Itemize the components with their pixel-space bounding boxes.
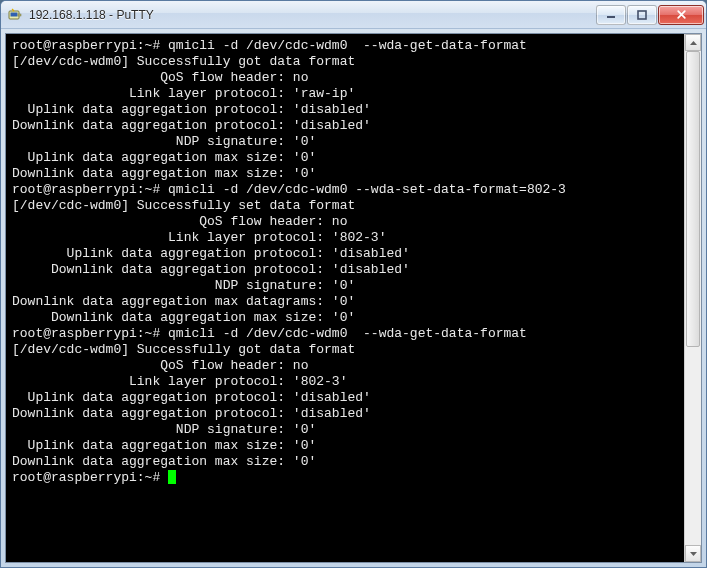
terminal-area: root@raspberrypi:~# qmicli -d /dev/cdc-w… (5, 33, 702, 563)
terminal-line: root@raspberrypi:~# (12, 470, 682, 486)
terminal-line: NDP signature: '0' (12, 422, 682, 438)
terminal-line: Link layer protocol: 'raw-ip' (12, 86, 682, 102)
terminal-line: [/dev/cdc-wdm0] Successfully set data fo… (12, 198, 682, 214)
terminal-line: NDP signature: '0' (12, 134, 682, 150)
scroll-track[interactable] (685, 51, 701, 545)
putty-icon (7, 7, 23, 23)
terminal-line: root@raspberrypi:~# qmicli -d /dev/cdc-w… (12, 182, 682, 198)
svg-rect-5 (638, 11, 646, 19)
terminal-line: QoS flow header: no (12, 70, 682, 86)
terminal-line: Link layer protocol: '802-3' (12, 230, 682, 246)
terminal-line: Downlink data aggregation max size: '0' (12, 454, 682, 470)
terminal-line: Downlink data aggregation protocol: 'dis… (12, 118, 682, 134)
window-title: 192.168.1.118 - PuTTY (29, 8, 595, 22)
terminal-line: Downlink data aggregation max size: '0' (12, 166, 682, 182)
terminal-line: Uplink data aggregation protocol: 'disab… (12, 246, 682, 262)
scrollbar[interactable] (684, 34, 701, 562)
titlebar[interactable]: 192.168.1.118 - PuTTY (1, 1, 706, 29)
terminal-line: Downlink data aggregation protocol: 'dis… (12, 406, 682, 422)
terminal-line: NDP signature: '0' (12, 278, 682, 294)
svg-rect-2 (18, 14, 21, 16)
terminal[interactable]: root@raspberrypi:~# qmicli -d /dev/cdc-w… (6, 34, 684, 562)
scroll-thumb[interactable] (686, 51, 700, 347)
scroll-up-button[interactable] (685, 34, 701, 51)
minimize-button[interactable] (596, 5, 626, 25)
close-button[interactable] (658, 5, 704, 25)
terminal-line: Uplink data aggregation protocol: 'disab… (12, 102, 682, 118)
svg-rect-1 (11, 12, 18, 16)
scroll-down-button[interactable] (685, 545, 701, 562)
terminal-line: Uplink data aggregation protocol: 'disab… (12, 390, 682, 406)
terminal-line: Uplink data aggregation max size: '0' (12, 150, 682, 166)
window-controls (595, 5, 704, 25)
svg-rect-4 (607, 16, 615, 18)
terminal-line: root@raspberrypi:~# qmicli -d /dev/cdc-w… (12, 38, 682, 54)
terminal-line: [/dev/cdc-wdm0] Successfully got data fo… (12, 342, 682, 358)
putty-window: 192.168.1.118 - PuTTY root@raspberrypi:~… (0, 0, 707, 568)
terminal-line: root@raspberrypi:~# qmicli -d /dev/cdc-w… (12, 326, 682, 342)
terminal-line: Downlink data aggregation protocol: 'dis… (12, 262, 682, 278)
terminal-line: [/dev/cdc-wdm0] Successfully got data fo… (12, 54, 682, 70)
terminal-line: Link layer protocol: '802-3' (12, 374, 682, 390)
terminal-line: Downlink data aggregation max datagrams:… (12, 294, 682, 310)
terminal-line: QoS flow header: no (12, 214, 682, 230)
terminal-line: Uplink data aggregation max size: '0' (12, 438, 682, 454)
maximize-button[interactable] (627, 5, 657, 25)
terminal-line: QoS flow header: no (12, 358, 682, 374)
cursor (168, 470, 176, 484)
terminal-line: Downlink data aggregation max size: '0' (12, 310, 682, 326)
